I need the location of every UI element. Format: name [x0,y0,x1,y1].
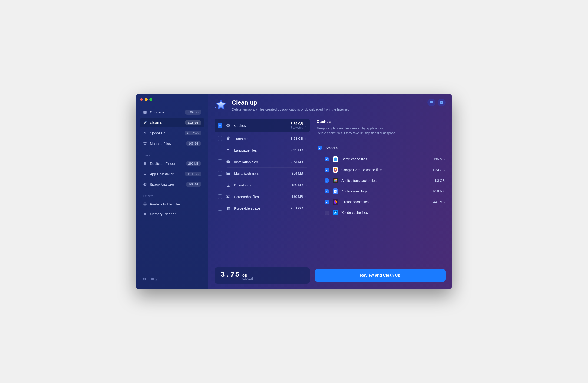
svg-rect-19 [227,124,229,127]
cache-item-chrome[interactable]: Google Chrome cache files 1.84 GB [317,165,445,175]
sidebar-item-app-uninstaller[interactable]: App Uninstaller11.1 GB [140,169,204,179]
category-checkbox[interactable] [218,183,222,187]
sidebar-item-badge: 107 GB [186,141,201,146]
svg-rect-45 [335,181,336,182]
svg-rect-33 [229,209,230,210]
sidebar-item-label: Memory Cleaner [150,212,176,216]
flag-icon [226,148,231,152]
page-title: Clean up [232,99,349,106]
sidebar-item-overview[interactable]: Overview7.34 GB [140,107,204,117]
category-checkbox[interactable] [218,171,222,176]
sidebar-item-clean-up[interactable]: Clean Up11.8 GB [140,118,204,127]
cache-item-logs[interactable]: LOG Applications' logs 30.8 MB [317,186,445,197]
speed-icon [143,131,147,135]
cache-item-label: Firefox cache files [341,200,433,204]
cache-item-safari[interactable]: Safari cache files 136 MB [317,154,445,165]
detail-description: Temporary hidden files created by applic… [317,126,445,136]
app-window: Overview7.34 GBClean Up11.8 GBSpeed Up43… [136,94,452,289]
cache-checkbox[interactable] [325,178,329,183]
svg-rect-12 [146,215,146,215]
sidebar-item-speed-up[interactable]: Speed Up43 Tasks [140,128,204,138]
sidebar-item-manage-files[interactable]: Manage Files107 GB [140,139,204,148]
chevron-right-icon: › [305,171,307,175]
svg-point-14 [215,107,216,108]
sidebar-item-label: Duplicate Finder [150,162,175,166]
cache-checkbox[interactable] [325,168,329,172]
package-icon [226,159,231,164]
cleanup-star-icon [214,99,228,111]
svg-point-37 [335,170,336,170]
svg-rect-29 [228,196,229,197]
svg-rect-40 [336,179,337,180]
category-checkbox[interactable] [218,136,222,141]
category-checkbox[interactable] [218,123,222,128]
svg-rect-10 [144,215,145,215]
selection-total: 3.75 GB selected [214,268,310,283]
cache-checkbox[interactable] [325,211,329,215]
svg-rect-42 [335,180,336,181]
cache-item-firefox[interactable]: Firefox cache files 441 MB [317,197,445,207]
category-label: Purgeable space [234,206,291,210]
cache-item-size: 30.8 MB [433,190,445,193]
sidebar-item-space-analyzer[interactable]: Space Analyzer108 GB [140,180,204,189]
category-language-files[interactable]: Language files 693 MB › [214,145,310,155]
trash-icon [226,136,231,141]
svg-rect-20 [228,125,229,126]
category-label: Mail attachments [234,171,292,175]
minimize-window-button[interactable] [145,98,147,101]
sidebar: Overview7.34 GBClean Up11.8 GBSpeed Up43… [136,94,208,289]
chevron-right-icon: › [305,195,307,199]
category-checkbox[interactable] [218,148,222,152]
sidebar-item-badge: 7.34 GB [185,110,201,115]
category-label: Downloads [234,183,292,187]
sidebar-item-duplicate-finder[interactable]: Duplicate Finder299 MB [140,159,204,168]
select-all-checkbox[interactable] [318,146,322,150]
cache-item-apps[interactable]: Applications cache files 1.3 GB [317,175,445,186]
category-installation-files[interactable]: Installation files 9.73 MB › [214,157,310,167]
total-size-unit: GB [242,274,253,277]
detail-title: Caches [317,119,445,124]
category-trash-bin[interactable]: Trash bin 3.58 GB › [214,133,310,144]
sidebar-item-badge: 299 MB [186,161,201,166]
sidebar-item-label: Clean Up [150,121,165,125]
sidebar-item-memory-cleaner[interactable]: Memory Cleaner [140,209,204,218]
category-downloads[interactable]: Downloads 189 MB › [214,180,310,190]
category-mail-attachments[interactable]: Mail attachments 914 MB › [214,168,310,178]
cache-checkbox[interactable] [325,157,329,161]
svg-rect-44 [334,181,335,182]
svg-rect-9 [144,213,147,215]
cache-item-xcode[interactable]: Xcode cache files - [317,207,445,218]
cache-item-label: Applications cache files [341,179,434,182]
svg-rect-43 [336,180,337,181]
select-all-row[interactable]: Select all [317,143,445,152]
category-label: Trash bin [234,137,291,141]
review-clean-button[interactable]: Review and Clean Up [315,269,445,282]
brand-label: nektony [140,273,204,284]
cache-checkbox[interactable] [325,200,329,204]
detail-panel: Caches Temporary hidden files created by… [317,119,445,262]
category-purgeable-space[interactable]: Purgeable space 2.51 GB › [214,203,310,213]
category-checkbox[interactable] [218,206,222,211]
sidebar-item-label: Funter - hidden files [150,202,181,206]
cache-checkbox[interactable] [325,189,329,193]
docs-button[interactable] [438,99,445,106]
sidebar-item-label: Speed Up [150,131,166,135]
category-checkbox[interactable] [218,159,222,164]
close-window-button[interactable] [140,98,143,101]
category-caches[interactable]: Caches 3.75 GB 5 selected › [214,119,310,132]
chevron-right-icon: › [305,206,307,210]
category-screenshot-files[interactable]: Screenshot files 130 MB › [214,192,310,202]
svg-point-2 [145,142,147,143]
page-subtitle: Delete temporary files created by applic… [232,107,349,111]
chat-button[interactable] [427,99,435,106]
sidebar-item-funter-hidden-files[interactable]: Funter - hidden files [140,200,204,209]
overview-icon [143,110,147,114]
category-label: Installation files [234,160,291,164]
maximize-window-button[interactable] [149,98,152,101]
total-size-number: 3.75 [221,271,240,279]
sidebar-item-badge: 11.1 GB [185,171,201,176]
svg-rect-28 [227,186,230,187]
chevron-right-icon: › [305,124,307,128]
category-checkbox[interactable] [218,194,222,199]
cache-item-label: Safari cache files [341,157,433,161]
